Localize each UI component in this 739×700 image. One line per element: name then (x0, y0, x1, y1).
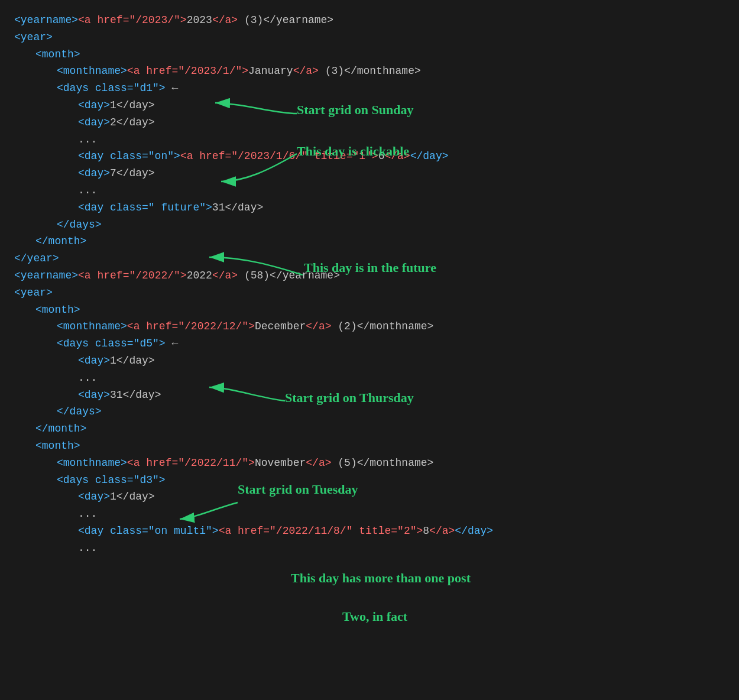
code-line-18: <month> (35, 302, 725, 319)
code-line-3: <month> (35, 46, 725, 63)
code-line-21: <day>1</day> (78, 352, 725, 370)
code-line-29: <day>1</day> (78, 488, 725, 505)
code-line-24: </days> (57, 403, 725, 420)
code-line-10: <day>7</day> (78, 165, 725, 182)
code-line-8: ... (78, 131, 725, 148)
code-line-20: <days class="d5"> ← (57, 335, 725, 352)
code-line-17: <year> (14, 284, 725, 302)
code-line-31: <day class="on multi"><a href="/2022/11/… (78, 523, 725, 540)
code-line-19: <monthname><a href="/2022/12/">December<… (57, 318, 725, 335)
code-line-32: ... (78, 540, 725, 557)
code-line-2: <year> (14, 29, 725, 46)
code-line-13: </days> (57, 216, 725, 234)
code-line-12: <day class=" future">31</day> (78, 199, 725, 216)
annotation-two: Two, in fact (342, 606, 407, 627)
code-line-5: <days class="d1"> ← (57, 80, 725, 97)
code-line-28: <days class="d3"> (57, 472, 725, 489)
code-line-25: </month> (35, 420, 725, 438)
annotation-multi: This day has more than one post (291, 568, 471, 588)
code-line-26: <month> (35, 438, 725, 455)
code-line-22: ... (78, 370, 725, 387)
code-display: <yearname><a href="/2023/">2023</a> (3)<… (14, 12, 725, 557)
code-line-30: ... (78, 505, 725, 523)
code-line-16: <yearname><a href="/2022/">2022</a> (58)… (14, 267, 725, 284)
code-line-6: <day>1</day> (78, 97, 725, 114)
code-line-7: <day>2</day> (78, 114, 725, 131)
code-line-14: </month> (35, 233, 725, 250)
code-line-1: <yearname><a href="/2023/">2023</a> (3)<… (14, 12, 725, 29)
code-line-11: ... (78, 182, 725, 199)
code-line-4: <monthname><a href="/2023/1/">January</a… (57, 63, 725, 80)
code-line-15: </year> (14, 250, 725, 267)
code-line-23: <day>31</day> (78, 387, 725, 404)
code-line-27: <monthname><a href="/2022/11/">November<… (57, 455, 725, 472)
code-line-9: <day class="on"><a href="/2023/1/6/" tit… (78, 148, 725, 165)
